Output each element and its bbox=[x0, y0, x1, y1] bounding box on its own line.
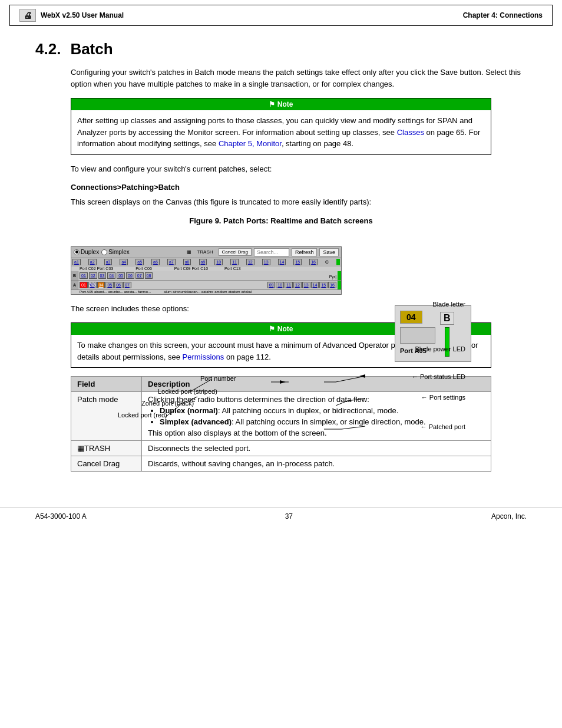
port-a6[interactable]: a6 bbox=[151, 259, 160, 265]
annotation-port-number: Port number bbox=[200, 375, 236, 382]
page-footer: A54-3000-100 A 37 Apcon, Inc. bbox=[0, 507, 562, 525]
port-14[interactable]: 14 bbox=[278, 259, 286, 265]
blade-b-port-01[interactable]: 01 bbox=[80, 272, 88, 279]
annotation-port-status-led: ← Port status LED bbox=[412, 373, 465, 380]
annotation-zoned-port: Zoned port (black) bbox=[141, 400, 194, 407]
port-number-badge: 04 bbox=[400, 311, 422, 324]
port-13[interactable]: 13 bbox=[262, 259, 270, 265]
blade-b-port-05[interactable]: 05 bbox=[117, 272, 125, 279]
port-a4[interactable]: a4 bbox=[120, 259, 128, 265]
field-cancel-drag: Cancel Drag bbox=[71, 456, 142, 472]
port-11[interactable]: 11 bbox=[230, 259, 239, 265]
simplex-radio[interactable]: Simplex bbox=[101, 249, 130, 255]
blade-b-port-03[interactable]: 03 bbox=[98, 272, 107, 279]
port-16[interactable]: 16 bbox=[309, 259, 318, 265]
blade-a-port-11[interactable]: 12 bbox=[293, 282, 302, 288]
chapter5-link[interactable]: Chapter 5, Monitor bbox=[219, 139, 282, 148]
chapter-title: Chapter 4: Connections bbox=[463, 11, 543, 19]
blade-b-port-04[interactable]: 04 bbox=[107, 272, 115, 279]
blade-a-port-05[interactable]: 05 bbox=[105, 282, 114, 288]
manual-title: WebX v2.50 User Manual bbox=[41, 11, 124, 19]
port-a3[interactable]: a3 bbox=[104, 259, 113, 265]
port-settings-box bbox=[400, 327, 435, 344]
classes-link[interactable]: Classes bbox=[397, 128, 424, 137]
blade-a-port-10[interactable]: 11 bbox=[285, 282, 293, 288]
save-btn[interactable]: Save bbox=[319, 248, 339, 256]
blade-a-label-row: Port A05 aband... anunbe... aresta... fa… bbox=[71, 290, 341, 294]
permissions-link[interactable]: Permissions bbox=[182, 353, 224, 361]
blade-b-port-08[interactable]: 08 bbox=[145, 272, 153, 279]
cancel-drag-btn[interactable]: Cancel Drag bbox=[219, 248, 252, 256]
blade-c-label-row: Port C02 Port C03 Port C06 Port C09 Port… bbox=[71, 266, 341, 271]
blade-b-letter: B bbox=[440, 312, 454, 325]
blade-a-port-01[interactable]: 01 bbox=[80, 282, 88, 288]
note-header-1: ⚑ Note bbox=[71, 98, 491, 110]
note-icon-2: ⚑ bbox=[269, 325, 277, 333]
blade-a-port-15[interactable]: 16 bbox=[328, 282, 336, 288]
footer-left: A54-3000-100 A bbox=[35, 512, 87, 521]
printer-icon: 🖨 bbox=[19, 9, 36, 22]
port-a2[interactable]: a2 bbox=[88, 259, 97, 265]
port-10[interactable]: 10 bbox=[214, 259, 223, 265]
port-a7[interactable]: a7 bbox=[167, 259, 176, 265]
connections-path: Connections>Patching>Batch bbox=[71, 183, 491, 192]
blade-a-port-06[interactable]: 06 bbox=[114, 282, 123, 288]
blade-a: A 01 03 04 05 06 07 09 10 11 12 13 bbox=[71, 281, 341, 290]
port-a8[interactable]: a8 bbox=[183, 259, 191, 265]
blade-b-ports: 01 02 03 04 05 06 07 08 Pyr| bbox=[78, 271, 338, 280]
annotation-locked-striped: Locked port (striped) bbox=[158, 388, 217, 395]
port-a5[interactable]: a5 bbox=[135, 259, 144, 265]
desc-trash: Disconnects the selected port. bbox=[142, 441, 491, 456]
table-row-cancel-drag: Cancel Drag Discards, without saving cha… bbox=[71, 456, 491, 472]
port-15[interactable]: 15 bbox=[293, 259, 302, 265]
field-trash: ▦TRASH bbox=[71, 441, 142, 456]
blade-a-port-03[interactable]: 03 bbox=[88, 282, 97, 288]
zoom-panel: 04 Port A05 B bbox=[395, 305, 471, 362]
view-configure-text: To view and configure your switch's curr… bbox=[71, 163, 527, 175]
annotation-locked-red: Locked port (red) bbox=[118, 411, 167, 419]
annotation-blade-letter: Blade letter bbox=[432, 301, 465, 308]
annotation-blade-power-led: Blade power LED bbox=[415, 345, 465, 353]
blade-a-port-04[interactable]: 04 bbox=[97, 282, 105, 288]
screen-displays-text: This screen displays on the Canvas (this… bbox=[71, 196, 527, 208]
table-col-field: Field bbox=[71, 377, 142, 392]
note-box-1: ⚑ Note After setting up classes and assi… bbox=[71, 98, 491, 155]
port-a9[interactable]: a9 bbox=[199, 259, 207, 265]
blade-b: B 01 02 03 04 05 06 07 08 Pyr| bbox=[71, 271, 341, 281]
duplex-label: Duplex bbox=[81, 249, 99, 255]
annotation-port-settings: ← Port settings bbox=[421, 394, 465, 401]
top-ports-row: a1 a2 a3 a4 a5 a6 a7 a8 a9 10 11 12 13 1… bbox=[71, 258, 341, 266]
blade-b-port-07[interactable]: 07 bbox=[135, 272, 144, 279]
blade-a-label: A bbox=[71, 281, 78, 289]
trash-label[interactable]: TRASH bbox=[194, 249, 216, 255]
page-header: 🖨 WebX v2.50 User Manual Chapter 4: Conn… bbox=[9, 5, 553, 26]
switch-ui-mockup: Duplex Simplex ▦ TRASH Cancel Drag Refre… bbox=[71, 246, 342, 295]
simplex-label: Simplex bbox=[108, 249, 130, 255]
switch-toolbar: Duplex Simplex ▦ TRASH Cancel Drag Refre… bbox=[71, 247, 341, 258]
annotation-patched-port: ← Patched port bbox=[421, 423, 465, 430]
blade-a-port-12[interactable]: 13 bbox=[302, 282, 310, 288]
blade-a-port-09[interactable]: 10 bbox=[276, 282, 284, 288]
duplex-radio[interactable]: Duplex bbox=[74, 249, 99, 255]
blade-a-ports: 01 03 04 05 06 07 09 10 11 12 13 14 15 bbox=[78, 281, 338, 289]
footer-right: Apcon, Inc. bbox=[491, 512, 527, 521]
blade-a-led bbox=[338, 281, 341, 289]
blade-b-port-02[interactable]: 02 bbox=[89, 272, 97, 279]
refresh-btn[interactable]: Refresh bbox=[292, 248, 318, 256]
trash-icon: ▦ bbox=[187, 249, 191, 255]
table-row-trash: ▦TRASH Disconnects the selected port. bbox=[71, 441, 491, 456]
desc-cancel-drag: Discards, without saving changes, an in-… bbox=[142, 456, 491, 472]
blade-b-led bbox=[338, 271, 341, 280]
figure-area: Patch mode bbox=[35, 246, 527, 295]
blade-a-port-14[interactable]: 15 bbox=[319, 282, 328, 288]
blade-a-port-08[interactable]: 09 bbox=[267, 282, 276, 288]
blade-a-port-07[interactable]: 07 bbox=[123, 282, 131, 288]
blade-b-port-06[interactable]: 06 bbox=[126, 272, 134, 279]
port-12[interactable]: 12 bbox=[246, 259, 254, 265]
search-input[interactable] bbox=[254, 248, 289, 256]
blade-c-led bbox=[336, 259, 340, 265]
footer-center: 37 bbox=[285, 512, 293, 521]
port-a1[interactable]: a1 bbox=[72, 259, 81, 265]
blade-a-port-13[interactable]: 14 bbox=[311, 282, 319, 288]
intro-text: Configuring your switch's patches in Bat… bbox=[71, 67, 527, 90]
